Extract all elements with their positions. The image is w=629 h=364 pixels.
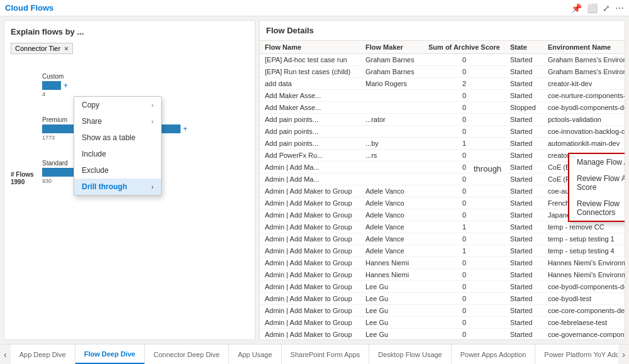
cell-archive-score: 0 [423, 66, 505, 78]
cell-archive-score: 0 [423, 102, 505, 114]
cell-state: Started [505, 257, 543, 269]
chevron-drill: › [152, 184, 153, 190]
context-menu-share[interactable]: Share › [74, 113, 161, 130]
cell-flow-name: [EPA] Ad-hoc test case run [260, 54, 360, 66]
tab-sharepoint-form-apps[interactable]: SharePoint Form Apps [282, 345, 370, 364]
tab-connector-deep-dive[interactable]: Connector Deep Dive [145, 345, 229, 364]
title-bar: Cloud Flows 📌 ⬜ ⤢ ⋯ [0, 0, 629, 16]
cell-archive-score: 0 [423, 269, 505, 281]
cell-archive-score: 0 [423, 114, 505, 126]
cell-env-name: temp - setup testing 1 [543, 233, 625, 245]
cell-state: Started [505, 233, 543, 245]
cell-flow-maker: Adele Vanco [360, 197, 423, 209]
tab-app-usage[interactable]: App Usage [229, 345, 281, 364]
bar-plus-custom[interactable]: + [64, 81, 68, 90]
bar-item-custom: Custom + 4 [42, 73, 255, 97]
left-panel: Explain flows by ... Connector Tier × # … [4, 20, 255, 340]
table-header: Flow Name Flow Maker Sum of Archive Scor… [260, 41, 625, 54]
tab-nav-right[interactable]: › [618, 345, 629, 364]
cell-flow-name: Admin | Add Maker to Group [260, 185, 360, 197]
cell-state: Started [505, 90, 543, 102]
cell-flow-maker [360, 174, 423, 185]
chevron-copy: › [152, 102, 153, 109]
right-panel: Flow Details Flow Name Flow Maker Sum of… [259, 20, 625, 340]
cell-state: Started [505, 138, 543, 150]
cell-env-name: pctools-validation [543, 114, 625, 126]
table-row: Admin | Add Maker to Group Lee Gu 0 Star… [260, 317, 625, 329]
cell-flow-name: Admin | Add Maker to Group [260, 245, 360, 257]
page-title: Cloud Flows [5, 3, 53, 13]
tab-nav-left[interactable]: ‹ [0, 345, 11, 364]
context-menu-include[interactable]: Include [74, 146, 161, 162]
cell-flow-maker [360, 90, 423, 102]
bar-plus-premium[interactable]: + [183, 124, 187, 133]
y-axis-label: # Flows 1990 [11, 171, 34, 186]
cell-state: Started [505, 174, 543, 185]
cell-flow-maker: Graham Barnes [360, 54, 423, 66]
tab-desktop-flow-usage[interactable]: Desktop Flow Usage [369, 345, 452, 364]
context-menu-drill-through[interactable]: Drill through › [74, 179, 161, 195]
context-menu-copy[interactable]: Copy › [74, 97, 161, 113]
cell-state: Started [505, 293, 543, 305]
cell-flow-maker: Adele Vance [360, 245, 423, 257]
cell-flow-maker: Lee Gu [360, 281, 423, 293]
cell-env-name: coe-governance-components-d [543, 329, 625, 340]
cell-flow-name: Add pain points... [260, 138, 360, 150]
cell-state: Started [505, 209, 543, 221]
submenu-review-connectors[interactable]: Review Flow Connectors [569, 196, 625, 221]
cell-archive-score: 0 [423, 305, 505, 317]
cell-archive-score: 0 [423, 233, 505, 245]
cell-flow-maker: Lee Gu [360, 305, 423, 317]
bottom-tabs: ‹ App Deep DiveFlow Deep DiveConnector D… [0, 344, 629, 364]
cell-flow-name: Admin | Add Maker to Group [260, 221, 360, 233]
cell-flow-maker [360, 102, 423, 114]
cell-flow-maker: Hannes Niemi [360, 257, 423, 269]
cell-archive-score: 0 [423, 317, 505, 329]
cell-archive-score: 0 [423, 281, 505, 293]
cell-state: Started [505, 114, 543, 126]
cell-archive-score: 0 [423, 209, 505, 221]
cell-state: Started [505, 78, 543, 90]
table-row: Admin | Add Maker to Group Lee Gu 0 Star… [260, 293, 625, 305]
cell-flow-name: Admin | Add Maker to Group [260, 305, 360, 317]
context-menu-show-table[interactable]: Show as a table [74, 130, 161, 146]
cell-flow-maker: ...rator [360, 114, 423, 126]
cell-env-name: Graham Barnes's Environment [543, 54, 625, 66]
cell-state: Started [505, 329, 543, 340]
context-menu: Copy › Share › Show as a table Include E… [74, 96, 162, 196]
col-env-name: Environment Name [543, 41, 625, 54]
cell-state: Started [505, 221, 543, 233]
col-flow-maker: Flow Maker [360, 41, 423, 54]
more-icon[interactable]: ⋯ [615, 3, 624, 13]
cell-flow-maker: Lee Gu [360, 317, 423, 329]
table-row: [EPA] Ad-hoc test case run Graham Barnes… [260, 54, 625, 66]
cell-archive-score: 0 [423, 126, 505, 138]
expand-icon[interactable]: ⤢ [603, 3, 610, 13]
context-menu-exclude[interactable]: Exclude [74, 162, 161, 179]
tab-power-platform-yoy-a[interactable]: Power Platform YoY Adop... [535, 345, 618, 364]
table-row: Add pain points... 0 Started coe-innovat… [260, 126, 625, 138]
submenu-manage-flow[interactable]: Manage Flow Access [569, 154, 625, 170]
cell-env-name: temp - remove CC [543, 221, 625, 233]
tab-flow-deep-dive[interactable]: Flow Deep Dive [75, 345, 145, 364]
cell-archive-score: 1 [423, 245, 505, 257]
cell-archive-score: 0 [423, 197, 505, 209]
cell-env-name: temp - setup testing 4 [543, 245, 625, 257]
cell-flow-maker: ...rs [360, 150, 423, 162]
cell-flow-name: Add pain points... [260, 126, 360, 138]
col-archive-score: Sum of Archive Score [423, 41, 505, 54]
filter-tag-close[interactable]: × [64, 45, 68, 52]
tab-app-deep-dive[interactable]: App Deep Dive [11, 345, 75, 364]
cell-flow-name: Add pain points... [260, 114, 360, 126]
tab-power-apps-adoption[interactable]: Power Apps Adoption [452, 345, 536, 364]
cell-archive-score: 1 [423, 138, 505, 150]
copy-icon[interactable]: ⬜ [587, 3, 598, 13]
submenu-review-archive[interactable]: Review Flow Archive Score [569, 170, 625, 196]
cell-flow-maker [360, 126, 423, 138]
col-flow-name: Flow Name [260, 41, 360, 54]
table-row: Admin | Add Maker to Group Adele Vance 1… [260, 221, 625, 233]
cell-archive-score: 0 [423, 90, 505, 102]
cell-flow-maker: Adele Vanco [360, 185, 423, 197]
cell-state: Started [505, 126, 543, 138]
pin-icon[interactable]: 📌 [571, 3, 582, 13]
